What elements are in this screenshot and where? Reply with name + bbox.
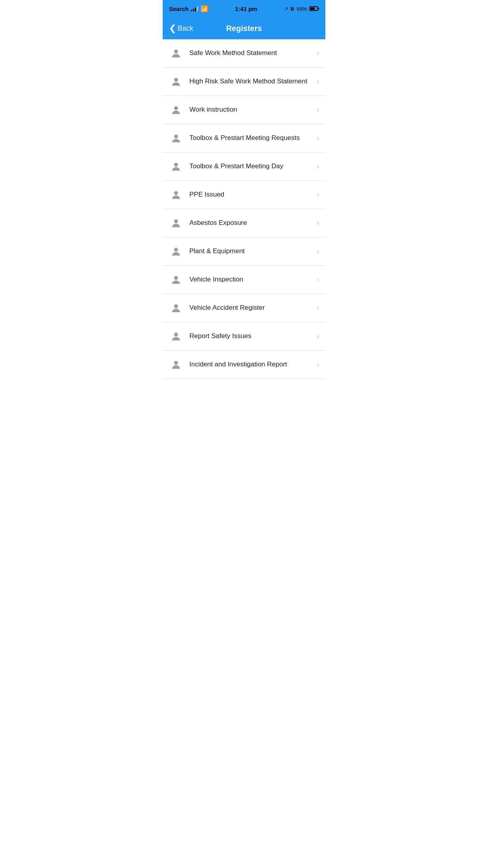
battery-percent: 68% <box>297 6 307 12</box>
location-icon: ↗ <box>284 6 288 12</box>
list-item[interactable]: Toolbox & Prestart Meeting Day› <box>163 153 325 181</box>
back-chevron-icon: ❮ <box>169 24 176 33</box>
list-item-label: Work instruction <box>189 105 317 114</box>
list-item[interactable]: Toolbox & Prestart Meeting Requests› <box>163 124 325 153</box>
person-icon <box>169 131 183 145</box>
chevron-right-icon: › <box>317 49 319 57</box>
wifi-icon: 📶 <box>200 5 208 13</box>
chevron-right-icon: › <box>317 276 319 284</box>
chevron-right-icon: › <box>317 219 319 227</box>
list-item[interactable]: Report Safety Issues› <box>163 322 325 351</box>
list-item[interactable]: Vehicle Inspection› <box>163 266 325 294</box>
list-item[interactable]: Safe Work Method Statement› <box>163 39 325 68</box>
person-icon <box>169 103 183 117</box>
person-icon <box>169 160 183 174</box>
registers-list: Safe Work Method Statement› High Risk Sa… <box>163 39 325 379</box>
list-item-label: Toolbox & Prestart Meeting Day <box>189 162 317 171</box>
list-item-label: Report Safety Issues <box>189 332 317 340</box>
list-item-label: Toolbox & Prestart Meeting Requests <box>189 134 317 142</box>
list-item-label: Vehicle Inspection <box>189 275 317 284</box>
person-icon <box>169 188 183 202</box>
list-item[interactable]: Asbestos Exposure› <box>163 209 325 237</box>
app-name: Search <box>169 6 189 12</box>
person-icon <box>169 75 183 89</box>
svg-point-6 <box>174 219 178 223</box>
svg-point-7 <box>174 248 178 252</box>
navigation-bar: ❮ Back Registers <box>163 17 325 39</box>
svg-point-2 <box>174 106 178 110</box>
status-bar-left: Search 📶 <box>169 5 208 13</box>
person-icon <box>169 216 183 230</box>
svg-point-3 <box>174 134 178 138</box>
list-item[interactable]: Vehicle Accident Register› <box>163 294 325 322</box>
person-icon <box>169 273 183 287</box>
svg-point-11 <box>174 361 178 365</box>
page-title: Registers <box>226 24 262 33</box>
status-bar: Search 📶 1:41 pm ↗ B 68% <box>163 0 325 17</box>
list-item-label: PPE Issued <box>189 190 317 199</box>
chevron-right-icon: › <box>317 134 319 142</box>
status-bar-right: ↗ B 68% <box>284 6 319 12</box>
person-icon <box>169 46 183 61</box>
person-icon <box>169 329 183 344</box>
status-bar-time: 1:41 pm <box>235 6 257 12</box>
svg-point-8 <box>174 276 178 280</box>
list-item-label: Asbestos Exposure <box>189 219 317 227</box>
chevron-right-icon: › <box>317 77 319 86</box>
chevron-right-icon: › <box>317 304 319 312</box>
svg-point-0 <box>174 50 178 53</box>
chevron-right-icon: › <box>317 162 319 171</box>
list-item-label: Safe Work Method Statement <box>189 49 317 57</box>
svg-point-9 <box>174 304 178 308</box>
battery-icon <box>309 6 319 11</box>
chevron-right-icon: › <box>317 191 319 199</box>
svg-point-1 <box>174 78 178 82</box>
list-item-label: Incident and Investigation Report <box>189 360 317 369</box>
person-icon <box>169 301 183 315</box>
list-item-label: Plant & Equipment <box>189 247 317 256</box>
person-icon <box>169 245 183 259</box>
chevron-right-icon: › <box>317 247 319 256</box>
list-item[interactable]: High Risk Safe Work Method Statement› <box>163 68 325 96</box>
signal-bars-icon <box>191 6 198 11</box>
chevron-right-icon: › <box>317 332 319 340</box>
chevron-right-icon: › <box>317 106 319 114</box>
svg-point-10 <box>174 333 178 337</box>
list-item[interactable]: PPE Issued› <box>163 181 325 209</box>
list-item[interactable]: Incident and Investigation Report› <box>163 351 325 379</box>
list-item-label: High Risk Safe Work Method Statement <box>189 77 317 86</box>
list-item[interactable]: Work instruction› <box>163 96 325 124</box>
list-item-label: Vehicle Accident Register <box>189 303 317 312</box>
svg-point-5 <box>174 191 178 195</box>
back-label: Back <box>178 24 193 33</box>
list-item[interactable]: Plant & Equipment› <box>163 237 325 266</box>
bluetooth-icon: B <box>291 6 294 12</box>
chevron-right-icon: › <box>317 360 319 369</box>
person-icon <box>169 358 183 372</box>
svg-point-4 <box>174 163 178 167</box>
back-button[interactable]: ❮ Back <box>169 24 193 33</box>
